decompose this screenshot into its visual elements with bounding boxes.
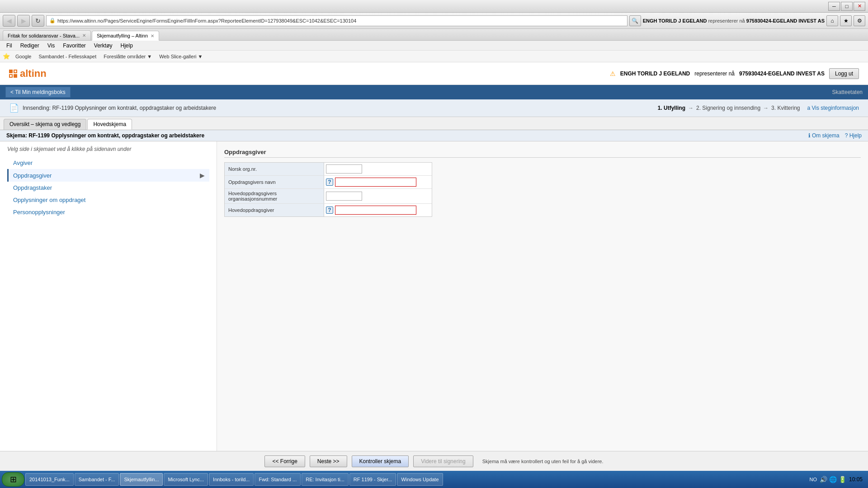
innsending-title: Innsending: RF-1199 Opplysninger om kont…	[23, 105, 216, 111]
taskbar-item-3[interactable]: Microsoft Lync...	[164, 473, 208, 486]
taskbar-item-1[interactable]: Sambandet - F...	[75, 473, 119, 486]
tab-1[interactable]: Fritak for solidaransvar - Stava... ✕	[3, 30, 91, 40]
search-button[interactable]: 🔍	[629, 15, 641, 26]
close-button[interactable]: ✕	[854, 2, 865, 11]
tools-button[interactable]: ⚙	[854, 15, 865, 26]
taskbar: ⊞ 20141013_Funk... Sambandet - F... Skje…	[0, 471, 868, 488]
neste-button[interactable]: Neste >>	[310, 455, 347, 467]
input-norsk-org-nr[interactable]	[326, 164, 362, 174]
taskbar-item-4[interactable]: Innboks - torild...	[209, 473, 254, 486]
logout-button[interactable]: Logg ut	[829, 68, 859, 79]
menu-rediger[interactable]: Rediger	[17, 42, 43, 50]
form-row-hoved-org-nr: Hovedoppdragsgivers organisasjonsnummer	[225, 189, 432, 204]
browser-right-icons: 🔍 ENGH TORILD J EGELAND representerer nå…	[629, 15, 865, 26]
step-indicator: 1. Utfylling → 2. Signering og innsendin…	[658, 105, 859, 111]
schema-title-bar: Skjema: RF-1199 Opplysninger om kontrakt…	[0, 130, 868, 141]
minimize-button[interactable]: ─	[828, 2, 840, 11]
label-hoved-navn: Hovedoppdragsgiver	[225, 204, 324, 216]
sidebar-avgiver-label: Avgiver	[13, 160, 33, 166]
help-icon-hoved-navn[interactable]: ?	[326, 206, 333, 214]
input-navn[interactable]	[335, 178, 416, 187]
label-navn: Oppdragsgivers navn	[225, 176, 324, 188]
sidebar-item-personopplysninger[interactable]: Personopplysninger	[7, 206, 209, 218]
input-hoved-org-nr[interactable]	[326, 192, 362, 201]
maximize-button[interactable]: □	[841, 2, 853, 11]
om-skjema-link[interactable]: ℹ Om skjema	[808, 132, 840, 139]
sidebar-opplysninger-label: Opplysninger om oppdraget	[13, 197, 85, 203]
sidebar-item-avgiver[interactable]: Avgiver	[7, 157, 209, 169]
help-icon-navn[interactable]: ?	[326, 178, 333, 186]
forward-button[interactable]: ▶	[17, 15, 30, 27]
tab-bar: Fritak for solidaransvar - Stava... ✕ Sk…	[0, 29, 868, 41]
vis-steginformasjon-link[interactable]: a Vis steginformasjon	[807, 105, 859, 111]
arrow-2: →	[763, 105, 769, 111]
sidebar-item-opplysninger[interactable]: Opplysninger om oppdraget	[7, 194, 209, 206]
logo-sq-2	[14, 70, 17, 73]
window-controls: ─ □ ✕	[828, 2, 865, 11]
start-button[interactable]: ⊞	[2, 472, 24, 487]
form-area: Oppdragsgiver Norsk org.nr. Oppdragsgive…	[217, 141, 868, 462]
lock-icon: 🔒	[49, 18, 56, 23]
header-represents: representerer nå	[694, 70, 735, 77]
home-button[interactable]: ⌂	[826, 15, 838, 26]
taskbar-item-windows-update[interactable]: Windows Update	[397, 473, 443, 486]
taskbar-item-2[interactable]: Skjemautfyllin...	[120, 473, 163, 486]
sidebar-item-oppdragsgiver[interactable]: Oppdragsgiver ▶	[7, 169, 209, 182]
menu-bar: Fil Rediger Vis Favoritter Verktøy Hjelp	[0, 41, 868, 51]
taskbar-item-6[interactable]: RE: Invitasjon ti...	[302, 473, 349, 486]
tab-2-close[interactable]: ✕	[151, 33, 154, 38]
input-hoved-navn[interactable]	[335, 206, 416, 215]
taskbar-language: NO	[809, 477, 817, 482]
hjelp-link[interactable]: ? Hjelp	[845, 132, 862, 139]
menu-favoritter[interactable]: Favoritter	[59, 42, 90, 50]
org-name: 975930424-EGELAND INVEST AS	[746, 18, 825, 23]
form-row-navn: Oppdragsgivers navn ?	[225, 176, 432, 189]
url-text: https://www.altinn.no/Pages/ServiceEngin…	[57, 18, 356, 23]
tab-2-label: Skjemautfylling – Altinn	[97, 33, 148, 38]
bookmark-google[interactable]: Google	[14, 53, 33, 60]
tab-hovedskjema[interactable]: Hovedskjema	[87, 119, 132, 130]
bookmark-foreslatte[interactable]: Foreslåtte områder ▼	[102, 53, 154, 60]
taskbar-system-icons: 🔊 🌐 🔋	[820, 476, 846, 483]
bottom-message: Skjema må være kontrollert og uten feil …	[482, 459, 604, 464]
document-icon: 📄	[9, 103, 19, 113]
bookmark-webslice[interactable]: Web Slice-galleri ▼	[157, 53, 204, 60]
taskbar-item-5[interactable]: Fwd: Standard ...	[255, 473, 301, 486]
taskbar-item-0[interactable]: 20141013_Funk...	[25, 473, 74, 486]
back-button[interactable]: ◀	[3, 15, 15, 27]
input-cell-hoved-navn: ?	[324, 205, 432, 216]
sidebar-item-oppdragstaker[interactable]: Oppdragstaker	[7, 182, 209, 194]
menu-hjelp[interactable]: Hjelp	[117, 42, 137, 50]
menu-vis[interactable]: Vis	[44, 42, 58, 50]
forrige-button[interactable]: << Forrige	[264, 455, 305, 467]
user-name: ENGH TORILD J EGELAND	[643, 18, 707, 23]
tab-1-label: Fritak for solidaransvar - Stava...	[8, 33, 80, 38]
warning-icon: ⚠	[610, 70, 616, 77]
menu-fil[interactable]: Fil	[3, 42, 16, 50]
taskbar-item-7[interactable]: RF 1199 - Skjer...	[349, 473, 396, 486]
input-cell-hoved-org-nr	[324, 191, 432, 202]
sidebar-instruction: Velg side i skjemaet ved å klikke på sid…	[7, 146, 209, 152]
back-to-inbox-button[interactable]: < Til Min meldingsboks	[5, 87, 71, 98]
altinn-logo-text: altinn	[20, 68, 47, 80]
menu-verktoy[interactable]: Verktøy	[90, 42, 116, 50]
taskbar-time: 10:05	[849, 476, 863, 483]
bookmark-sambandet[interactable]: Sambandet - Fellesskapet	[37, 53, 98, 60]
kontroller-button[interactable]: Kontroller skjema	[352, 455, 409, 467]
refresh-button[interactable]: ↻	[32, 15, 44, 27]
tab-1-close[interactable]: ✕	[82, 33, 86, 38]
address-bar[interactable]: 🔒 https://www.altinn.no/Pages/ServiceEng…	[46, 15, 627, 26]
browser-toolbar: ◀ ▶ ↻ 🔒 https://www.altinn.no/Pages/Serv…	[0, 13, 868, 29]
tab-oversikt[interactable]: Oversikt – skjema og vedlegg	[4, 119, 86, 130]
form-row-org-nr: Norsk org.nr.	[225, 163, 432, 176]
represents-text: representerer nå	[708, 18, 745, 23]
logo-sq-1	[9, 70, 13, 73]
step-2: 2. Signering og innsending	[696, 105, 760, 111]
form-table: Norsk org.nr. Oppdragsgivers navn ? Hove…	[224, 162, 432, 217]
tab-2[interactable]: Skjemautfylling – Altinn ✕	[92, 31, 159, 41]
videre-button: Videre til signering	[413, 455, 473, 467]
star-button[interactable]: ★	[840, 15, 852, 26]
innsending-bar: 📄 Innsending: RF-1199 Opplysninger om ko…	[0, 99, 868, 117]
logo-sq-3	[9, 74, 13, 78]
taskbar-icon-1: 🔊	[820, 476, 827, 483]
